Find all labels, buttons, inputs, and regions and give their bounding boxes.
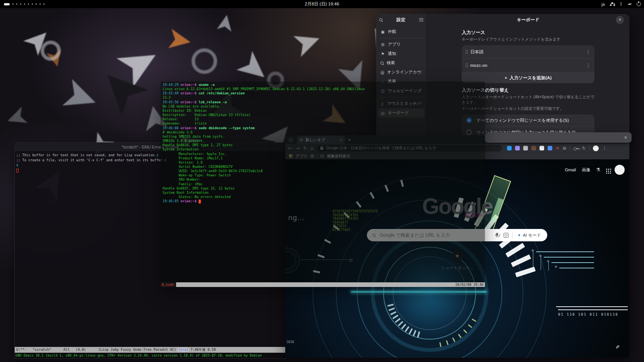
toolbar-separator [570,146,570,150]
wallpaper-ring-shape [41,41,61,61]
apps-icon: ⊞ [380,43,385,47]
bell-icon: ⚑ [380,52,385,56]
gmail-link[interactable]: Gmail [565,167,576,172]
sidebar-item-label: 検索 [387,60,395,66]
profile-sync-icon[interactable]: ↻ [582,146,586,151]
bg-double-line [558,309,628,310]
terminal-output[interactable]: 19:44:29 orion:~$ uname -aLinux orion 6.… [161,82,485,282]
wallpaper-ring-shape [192,48,217,74]
google-lens-icon[interactable] [504,233,509,238]
bg-double-line [556,306,628,307]
emacs-echo-area: GNU Emacs 30.1 (build 1, x86_64-pc-linux… [15,353,286,359]
input-source-list: 日本語⋮mozc-on⋮ [462,45,594,72]
profile-avatar[interactable] [615,165,625,175]
buffer-line: ;; This buffer is for text that is not s… [16,153,156,157]
volume-muted-icon: ◄× [627,2,632,6]
emacs-cursor [16,169,19,172]
truncation-marker: $ [156,153,158,157]
extensions-row: ✕⊞↻⋮ [507,145,607,151]
status-clock: 26/02/08 19:46 [456,283,485,287]
password-key-icon[interactable] [574,147,579,150]
kebab-menu-icon[interactable]: ⋮ [586,49,591,55]
settings-title: 設定 [385,17,417,23]
labs-flask-icon[interactable]: ⚗ [596,167,600,172]
bg-streak [351,291,486,292]
sidebar-item-label: オンラインアカウント [387,70,422,75]
input-sources-card: 日本語⋮mozc-on⋮ + 入力ソースを追加(A) [462,45,594,83]
customize-chrome-pencil-icon[interactable]: ✎ [615,344,620,350]
terminal-window[interactable]: 19:44:29 orion:~$ uname -aLinux orion 6.… [161,82,485,287]
sidebar-item-online-accounts[interactable]: @オンラインアカウント [378,68,425,77]
sidebar-item-label: アプリ [388,42,401,47]
system-tray[interactable]: ja ᛒ ◄× [601,0,641,8]
ntp-top-links: Gmail 画像 ⚗ [565,165,625,175]
google-apps-grid-icon[interactable] [606,169,607,170]
appearance-icon: ▣ [380,30,385,34]
top-bar: 2月8日 (日) 19:46 ja ᛒ ◄× [0,0,644,8]
bg-binary-text: 01 110 101 011 010110 [558,312,618,316]
input-source-row[interactable]: 日本語⋮ [462,45,594,59]
input-sources-heading: 入力ソース [462,29,594,36]
screen-window-name: 0_sudo [161,282,176,287]
sidebar-item-label: 通知 [388,51,396,56]
extension-icon[interactable] [531,146,536,150]
wallpaper-arrow-shape: ➤ [209,11,240,35]
search-icon [380,61,384,65]
input-source-label: mozc-on [470,63,582,68]
menu-icon[interactable] [419,18,423,19]
browser-profile-avatar[interactable] [593,145,599,151]
extension-icon[interactable] [540,146,544,150]
sparkle-icon: ✦ [517,233,521,238]
bg-text-1010: 1010 [286,340,294,344]
power-icon [637,2,641,6]
close-icon[interactable]: × [624,135,627,140]
input-method-indicator[interactable]: ja [601,2,605,7]
wallpaper-arrow-shape: ➤ [163,19,195,59]
extension-x-icon[interactable]: ✕ [556,146,559,151]
kebab-menu-icon[interactable]: ⋮ [602,146,606,151]
ai-mode-chip[interactable]: ✦ AI モード [512,231,545,239]
voice-search-mic-icon[interactable] [495,233,500,238]
toolbar-separator [589,146,589,150]
desktop: ➤➤➤➤➤➤➤➤➤➤➤➤➤➤➤➤➤➤➤➤ *scratch* - GNU Ema… [0,0,644,362]
panel-title: キーボード [517,17,539,23]
search-icon[interactable] [379,18,383,22]
plus-icon: + [505,75,507,80]
drag-handle-icon[interactable] [466,63,466,64]
extensions-puzzle-icon[interactable]: ⊞ [563,146,566,151]
emacs-modeline: U:**- *scratch* All (4,0) (Lisp JaSp Fuz… [15,347,286,353]
input-source-row[interactable]: mozc-on⋮ [462,59,594,72]
terminal-status-bar: 0_sudo 26/02/08 19:46 [161,282,485,287]
modeline-na-badge: [n/a] [178,348,188,352]
sidebar-item-bell[interactable]: ⚑通知 [378,49,425,58]
extension-icon[interactable] [548,146,552,150]
close-icon[interactable]: × [616,16,624,24]
online-accounts-icon: @ [380,70,384,75]
settings-panel-header: キーボード × [427,14,629,26]
switching-option-label: すべてのウィンドウで同じソースを使用する(S) [476,118,569,123]
sidebar-item-appearance[interactable]: ▣外観 [378,27,425,36]
clock[interactable]: 2月8日 (日) 19:46 [0,1,644,7]
network-icon [610,2,615,6]
wallpaper-arrow-shape: ➤ [286,17,327,65]
extension-icon[interactable] [515,146,520,150]
input-sources-subtitle: キーボードレイアウトとインプットメソッドを含みます [462,37,594,42]
terminal-cursor [199,200,201,203]
sidebar-item-apps[interactable]: ⊞アプリ [378,40,425,49]
notification-toast: × [485,132,632,143]
settings-sidebar-header: 設定 [376,14,426,26]
truncation-marker: $ [16,163,18,167]
bluetooth-icon: ᛒ [620,2,623,7]
buffer-line: ;; To create a file, visit it with ‘C-x … [16,158,164,162]
kebab-menu-icon[interactable]: ⋮ [586,63,591,68]
wallpaper-arrow-shape: ➤ [1,99,33,137]
extension-icon[interactable] [523,146,528,150]
sidebar-separator [379,38,424,38]
images-link[interactable]: 画像 [582,167,590,173]
sidebar-item-label: 外観 [388,29,396,34]
sidebar-item-search[interactable]: 検索 [378,58,425,68]
input-source-label: 日本語 [470,49,582,55]
extension-icon[interactable] [507,146,512,150]
drag-handle-icon[interactable] [466,50,466,51]
